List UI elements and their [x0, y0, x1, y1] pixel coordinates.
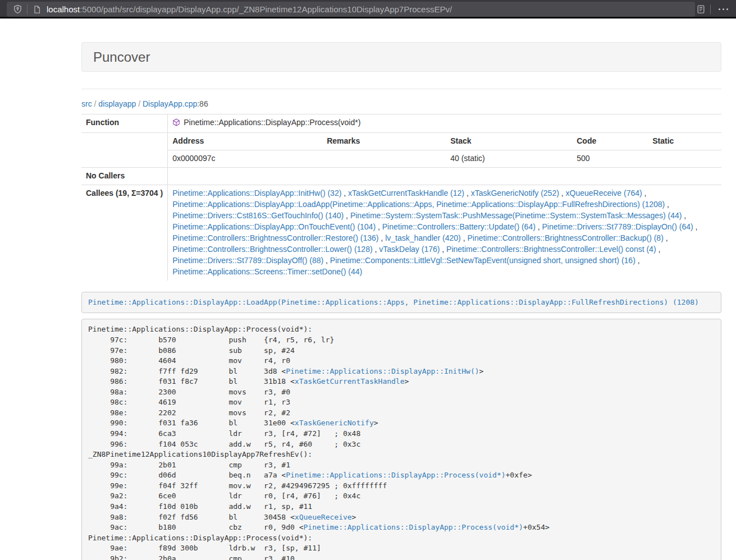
toolbar-divider [710, 4, 711, 14]
stats-row: Address Remarks Stack Code Static 0x0000… [81, 132, 721, 167]
reader-mode-icon[interactable] [694, 3, 707, 16]
breadcrumb: src / displayapp / DisplayApp.cpp:86 [81, 99, 721, 108]
url-text: localhost:5000/path/src/displayapp/Displ… [47, 4, 452, 14]
callee-link[interactable]: Pinetime::Controllers::BrightnessControl… [446, 245, 656, 254]
assembly-symbol-link[interactable]: xTaskGetCurrentTaskHandle [295, 377, 405, 385]
col-header-remarks: Remarks [322, 133, 446, 150]
callee-link[interactable]: vTaskDelay (176) [379, 245, 440, 254]
assembly-symbol-link[interactable]: Pinetime::Applications::DisplayApp::Proc… [286, 471, 505, 479]
callee-link[interactable]: Pinetime::Drivers::St7789::DisplayOn() (… [542, 222, 693, 231]
breadcrumb-link-file[interactable]: DisplayApp.cpp [143, 99, 197, 108]
assembly-symbol-link[interactable]: Pinetime::Applications::DisplayApp::Init… [286, 367, 479, 375]
breadcrumb-line-number: :86 [197, 99, 208, 108]
callees-list: Pinetime::Applications::DisplayApp::Init… [168, 185, 721, 280]
shield-icon[interactable] [11, 3, 24, 16]
callee-link[interactable]: Pinetime::Applications::DisplayApp::Init… [172, 189, 341, 198]
function-row: Function Pinetime::Applications::Display… [81, 114, 721, 133]
callee-link[interactable]: xTaskGenericNotify (252) [471, 189, 559, 198]
no-callers-row: No Callers [81, 167, 721, 185]
callee-link[interactable]: xTaskGetCurrentTaskHandle (12) [348, 189, 464, 198]
url-path: :5000/path/src/displayapp/DisplayApp.cpp… [80, 4, 452, 14]
breadcrumb-link-displayapp[interactable]: displayapp [98, 99, 136, 108]
callee-link[interactable]: Pinetime::Applications::Screens::Timer::… [172, 267, 362, 276]
assembly-code: Pinetime::Applications::DisplayApp::Proc… [81, 319, 721, 560]
assembly-symbol-link[interactable]: Pinetime::Applications::DisplayApp::Proc… [304, 523, 523, 531]
callee-link[interactable]: Pinetime::Controllers::BrightnessControl… [172, 233, 378, 242]
callees-row: Callees (19, Σ=3704 ) Pinetime::Applicat… [81, 185, 721, 280]
callee-link[interactable]: Pinetime::Controllers::Battery::Update()… [382, 222, 536, 231]
load-app-link[interactable]: Pinetime::Applications::DisplayApp::Load… [88, 298, 699, 306]
code-value: 500 [572, 150, 648, 167]
static-value [648, 150, 721, 167]
page-icon[interactable] [31, 3, 43, 16]
cube-icon [172, 118, 180, 130]
assembly-symbol-link[interactable]: xTaskGenericNotify [295, 419, 374, 427]
function-info-table: Function Pinetime::Applications::Display… [81, 114, 721, 281]
url-host: localhost [47, 4, 80, 14]
col-header-static: Static [648, 133, 721, 150]
callee-link[interactable]: Pinetime::Drivers::Cst816S::GetTouchInfo… [172, 211, 344, 220]
app-header-panel: Puncover [81, 42, 721, 72]
function-label: Function [81, 114, 168, 133]
callee-link[interactable]: Pinetime::Controllers::BrightnessControl… [172, 245, 372, 254]
page-container: Puncover src / displayapp / DisplayApp.c… [81, 42, 721, 560]
divider [81, 89, 721, 89]
toolbar-divider [27, 4, 28, 14]
col-header-stack: Stack [446, 133, 572, 150]
callees-label: Callees (19, Σ=3704 ) [81, 185, 168, 280]
function-name: Pinetime::Applications::DisplayApp::Proc… [184, 118, 360, 127]
callee-link[interactable]: xQueueReceive (764) [566, 189, 642, 198]
browser-toolbar: localhost:5000/path/src/displayapp/Displ… [0, 0, 736, 19]
callee-link[interactable]: Pinetime::Drivers::St7789::DisplayOff() … [172, 256, 323, 265]
col-header-code: Code [572, 133, 648, 150]
stack-value: 40 (static) [446, 150, 572, 167]
callee-link[interactable]: Pinetime::System::SystemTask::PushMessag… [350, 211, 682, 220]
load-app-highlight-box: Pinetime::Applications::DisplayApp::Load… [81, 292, 721, 314]
callee-link[interactable]: lv_task_handler (420) [385, 233, 461, 242]
callee-link[interactable]: Pinetime::Components::LittleVgl::SetNewT… [330, 256, 636, 265]
menu-ellipsis-icon[interactable] [714, 8, 733, 10]
col-header-address: Address [168, 133, 322, 150]
url-bar[interactable]: localhost:5000/path/src/displayapp/Displ… [7, 2, 695, 17]
page-title: Puncover [93, 49, 710, 65]
callee-link[interactable]: Pinetime::Applications::DisplayApp::Load… [172, 200, 665, 209]
breadcrumb-separator: / [92, 99, 99, 108]
callee-link[interactable]: Pinetime::Controllers::BrightnessControl… [467, 233, 663, 242]
assembly-symbol-link[interactable]: xQueueReceive [295, 513, 352, 521]
no-callers-label: No Callers [81, 167, 168, 185]
address-value: 0x0000097c [168, 150, 322, 167]
function-stats-table: Address Remarks Stack Code Static 0x0000… [168, 133, 721, 167]
breadcrumb-separator: / [136, 99, 143, 108]
breadcrumb-link-src[interactable]: src [81, 99, 92, 108]
table-row: 0x0000097c 40 (static) 500 [168, 150, 721, 167]
remarks-value [322, 150, 446, 167]
callee-link[interactable]: Pinetime::Applications::DisplayApp::OnTo… [172, 222, 376, 231]
